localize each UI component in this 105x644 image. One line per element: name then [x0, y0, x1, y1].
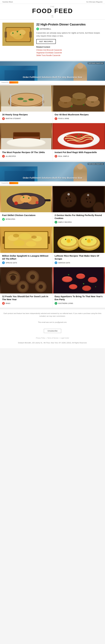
- card-donuts-source: B BH&G: [0, 302, 52, 305]
- card-grid-2: Fast Skillet Chicken Cacciatore M MYRECI…: [0, 186, 105, 308]
- svg-point-47: [78, 134, 79, 135]
- card-appetizers-image: [53, 267, 105, 294]
- svg-point-84: [26, 241, 36, 246]
- svg-point-8: [12, 32, 14, 34]
- ad-person-head: [77, 63, 83, 69]
- card-appetizers-source: S SOUTHERN LIVING: [53, 302, 105, 305]
- footer-links: Privacy Policy | Terms of Service | Lega…: [3, 337, 102, 339]
- card-soup: 16 Hearty Soup Recipes M MARTHA STEWART: [0, 86, 53, 123]
- ad-powered-bar: Powered by: [0, 81, 105, 84]
- related-content: Related Content Chicken And Broccoli Cas…: [36, 46, 102, 56]
- top-bar: Sunshine Meals Get Allrecipes Magazine: [0, 0, 105, 4]
- footer-email-note: This email was sent to you@gmail.com.: [3, 321, 102, 324]
- card-spaghetti-source: S SPRUCE EATS: [0, 262, 52, 264]
- card-cookies-image: [53, 186, 105, 212]
- footer: Each product and feature has been indepe…: [0, 309, 105, 348]
- source-dot: S: [55, 221, 57, 224]
- svg-point-55: [36, 201, 39, 204]
- svg-point-10: [17, 31, 18, 32]
- svg-point-16: [28, 98, 34, 101]
- related-link-1[interactable]: Chicken And Broccoli Casserole: [36, 49, 102, 51]
- svg-point-95: [67, 240, 70, 242]
- related-heading: Related Content: [36, 46, 102, 48]
- ad-sofa-seat-2: [5, 171, 35, 182]
- ad-banner-1: Tech Deals | Search Ads Order Fulfillmen…: [0, 61, 105, 81]
- svg-point-68: [86, 198, 87, 200]
- source-name: SERIOUS EATS: [58, 262, 70, 264]
- soup-visual: [0, 86, 52, 112]
- svg-point-17: [23, 100, 27, 102]
- legal-center-link[interactable]: Legal Center: [60, 337, 69, 339]
- svg-rect-21: [42, 94, 44, 106]
- ad-container-1: Tech Deals | Search Ads Order Fulfillmen…: [0, 61, 105, 84]
- svg-point-33: [83, 104, 84, 106]
- card-meatloaf-title: The Most Popular Recipes Of The 1940s: [0, 151, 52, 155]
- card-grid-1: 16 Hearty Soup Recipes M MARTHA STEWART: [0, 85, 105, 161]
- unsubscribe-button[interactable]: Unsubscribe: [44, 329, 61, 333]
- related-link-2[interactable]: Vegetarian Enchilada Casserole: [36, 52, 102, 54]
- card-ragu-source: R REAL SIMPLE: [53, 155, 105, 158]
- card-mushroom-image: [53, 86, 105, 112]
- card-cookies: 2 Genius Hacks For Making Perfectly Roun…: [53, 186, 105, 227]
- card-mushroom: Our 40 Best Mushroom Recipes F FOOD & WI…: [53, 86, 105, 123]
- privacy-policy-link[interactable]: Privacy Policy: [36, 337, 45, 339]
- source-name: SOUTHERN LIVING: [58, 302, 73, 304]
- skillet-visual: [0, 186, 52, 212]
- svg-point-103: [87, 240, 90, 242]
- sunshine-meals-link[interactable]: Sunshine Meals: [3, 1, 13, 3]
- svg-point-115: [21, 284, 25, 289]
- source-dot: R: [55, 155, 57, 158]
- divider-3: [0, 161, 105, 162]
- card-rice-title: Leftover Rice Recipes That Make Stars Of…: [53, 254, 105, 262]
- svg-rect-38: [14, 133, 39, 136]
- ad-sofa-seat: [5, 70, 35, 81]
- ad-text-2: Order Fulfillment Solutions Built For An…: [23, 176, 82, 179]
- svg-point-57: [23, 196, 24, 198]
- svg-point-40: [7, 138, 45, 146]
- magazine-link[interactable]: Get Allrecipes Magazine: [86, 1, 102, 3]
- ad-label: Tech Deals | Search Ads: [88, 62, 104, 64]
- source-dot: S: [55, 302, 57, 305]
- fork-icon: 🍴: [0, 15, 105, 18]
- footer-address: Dotdash Meredith, 225 Liberty St., 4th F…: [3, 342, 102, 344]
- ragu-visual: [53, 123, 105, 149]
- svg-point-81: [19, 233, 31, 240]
- meatloaf-visual: [0, 123, 52, 149]
- source-dot: E: [36, 28, 39, 30]
- svg-point-45: [75, 136, 77, 137]
- card-ragu-image: [53, 123, 105, 149]
- brand-name: FOOD FEED: [0, 8, 105, 14]
- svg-point-131: [83, 283, 84, 284]
- terms-link[interactable]: Terms of Service: [47, 337, 58, 339]
- svg-point-65: [70, 200, 72, 202]
- card-chicken: Fast Skillet Chicken Cacciatore M MYRECI…: [0, 186, 53, 227]
- svg-rect-88: [48, 236, 50, 244]
- svg-point-31: [87, 96, 98, 102]
- svg-point-86: [31, 236, 37, 239]
- apps-visual: [53, 267, 105, 294]
- card-chicken-title: Fast Skillet Chicken Cacciatore: [0, 214, 52, 218]
- svg-point-28: [72, 92, 86, 99]
- source-dot: A: [2, 155, 5, 158]
- card-appetizers-title: Easy Appetizers To Bring To That New Yea…: [53, 295, 105, 302]
- card-cookies-source: S SIMPLY RECIPES: [53, 221, 105, 224]
- svg-rect-7: [29, 32, 32, 38]
- svg-point-71: [90, 202, 91, 203]
- source-dot: M: [2, 218, 5, 221]
- hero-title: 22 High-Protein Dinner Casseroles: [36, 22, 102, 26]
- powered-by-text: Powered by: [2, 82, 9, 83]
- svg-rect-20: [10, 94, 11, 106]
- get-recipes-button[interactable]: GET RECIPES: [36, 39, 56, 44]
- card-chicken-source: M MYRECIPES: [0, 218, 52, 221]
- card-ragu-title: Instant Pot Beef Ragù With Pappardelle: [53, 151, 105, 155]
- svg-point-109: [10, 275, 16, 280]
- card-ragu: Instant Pot Beef Ragù With Pappardelle R…: [53, 123, 105, 161]
- source-name: BH&G: [6, 302, 10, 304]
- card-spaghetti: Million Dollar Spaghetti Is Lasagna With…: [0, 227, 53, 267]
- related-link-3[interactable]: Skillet Tuna Noodle Casserole: [36, 54, 102, 56]
- criteo-logo: [9, 81, 18, 84]
- ad-banner-2: Tech Deals | Search Ads Order Fulfillmen…: [0, 162, 105, 182]
- hero-content: 22 High-Protein Dinner Casseroles E EATI…: [36, 22, 102, 57]
- svg-point-64: [67, 200, 69, 202]
- svg-point-112: [30, 274, 35, 280]
